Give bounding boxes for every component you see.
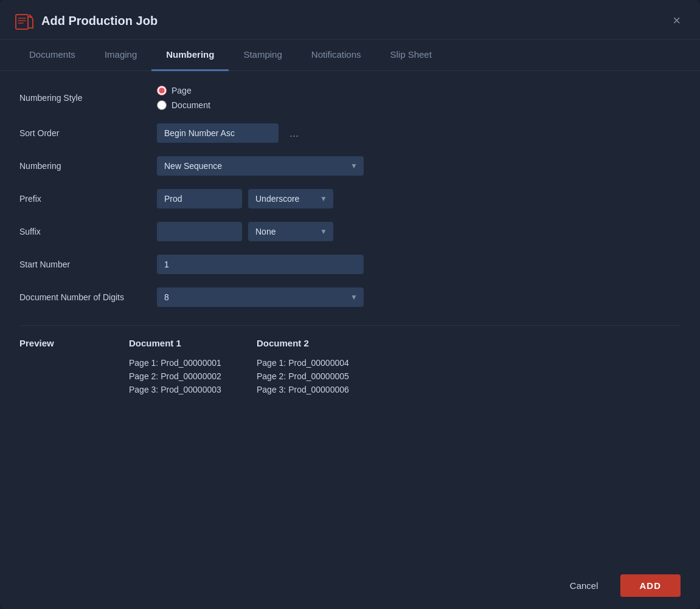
numbering-controls: New Sequence Continue Sequence ▼ — [157, 156, 681, 176]
start-number-controls — [157, 255, 681, 274]
digits-controls: 4 5 6 7 8 9 10 ▼ — [157, 287, 681, 307]
close-button[interactable]: × — [668, 12, 685, 30]
preview-doc1-col: Page 1: Prod_00000001 Page 2: Prod_00000… — [129, 358, 257, 394]
dialog-body: Numbering Style Page Document Sort Order — [0, 71, 700, 562]
suffix-row: Suffix None Underscore Dash ▼ — [19, 222, 681, 241]
preview-section: Preview Document 1 Document 2 Page 1: Pr… — [19, 325, 681, 394]
digits-label: Document Number of Digits — [19, 292, 147, 302]
preview-doc2-col: Page 1: Prod_00000004 Page 2: Prod_00000… — [257, 358, 384, 394]
tab-bar: Documents Imaging Numbering Stamping Not… — [0, 40, 700, 71]
svg-rect-0 — [16, 15, 28, 29]
preview-doc1-header: Document 1 — [129, 338, 257, 348]
tab-notifications[interactable]: Notifications — [297, 40, 376, 71]
numbering-style-radio-group: Page Document — [157, 86, 210, 110]
preview-doc2-page2: Page 2: Prod_00000005 — [257, 371, 384, 381]
suffix-controls: None Underscore Dash ▼ — [157, 222, 681, 241]
tab-imaging[interactable]: Imaging — [90, 40, 151, 71]
suffix-separator-select-wrapper: None Underscore Dash ▼ — [248, 222, 333, 241]
numbering-select[interactable]: New Sequence Continue Sequence — [157, 156, 364, 176]
prefix-label: Prefix — [19, 194, 147, 204]
preview-label: Preview — [19, 338, 129, 348]
start-number-label: Start Number — [19, 260, 147, 269]
digits-select[interactable]: 4 5 6 7 8 9 10 — [157, 287, 364, 307]
numbering-row: Numbering New Sequence Continue Sequence… — [19, 156, 681, 176]
sort-order-row: Sort Order ... — [19, 123, 681, 143]
preview-doc2-page1: Page 1: Prod_00000004 — [257, 358, 384, 368]
preview-doc2-page3: Page 3: Prod_00000006 — [257, 385, 384, 394]
suffix-input[interactable] — [157, 222, 242, 241]
title-row: Add Production Job — [15, 11, 158, 30]
tab-documents[interactable]: Documents — [15, 40, 90, 71]
tab-stamping[interactable]: Stamping — [229, 40, 296, 71]
add-button[interactable]: ADD — [620, 574, 681, 597]
sort-order-controls: ... — [157, 123, 681, 143]
sort-order-input[interactable] — [157, 123, 279, 143]
digits-row: Document Number of Digits 4 5 6 7 8 9 10… — [19, 287, 681, 307]
tab-numbering[interactable]: Numbering — [151, 40, 229, 71]
radio-document-label: Document — [172, 100, 210, 110]
production-job-icon — [15, 11, 34, 30]
preview-rows: Page 1: Prod_00000001 Page 2: Prod_00000… — [19, 358, 681, 394]
preview-doc1-page3: Page 3: Prod_00000003 — [129, 385, 257, 394]
dialog-header: Add Production Job × — [0, 0, 700, 40]
start-number-row: Start Number — [19, 255, 681, 274]
numbering-style-label: Numbering Style — [19, 93, 147, 103]
suffix-separator-select[interactable]: None Underscore Dash — [248, 222, 333, 241]
start-number-input[interactable] — [157, 255, 364, 274]
digits-select-wrapper: 4 5 6 7 8 9 10 ▼ — [157, 287, 364, 307]
numbering-label: Numbering — [19, 161, 147, 171]
numbering-style-row: Numbering Style Page Document — [19, 86, 681, 110]
preview-doc1-page1: Page 1: Prod_00000001 — [129, 358, 257, 368]
radio-page[interactable]: Page — [157, 86, 210, 95]
sort-order-ellipsis-button[interactable]: ... — [285, 125, 303, 142]
numbering-select-wrapper: New Sequence Continue Sequence ▼ — [157, 156, 364, 176]
prefix-separator-select-wrapper: Underscore Dash None ▼ — [248, 189, 333, 208]
tab-slip-sheet[interactable]: Slip Sheet — [376, 40, 446, 71]
dialog-title: Add Production Job — [41, 14, 158, 28]
sort-order-label: Sort Order — [19, 128, 147, 138]
radio-page-label: Page — [172, 86, 192, 95]
preview-doc2-header: Document 2 — [257, 338, 384, 348]
radio-document[interactable]: Document — [157, 100, 210, 110]
prefix-separator-select[interactable]: Underscore Dash None — [248, 189, 333, 208]
prefix-row: Prefix Underscore Dash None ▼ — [19, 189, 681, 208]
preview-header: Preview Document 1 Document 2 — [19, 338, 681, 348]
numbering-style-controls: Page Document — [157, 86, 681, 110]
suffix-label: Suffix — [19, 227, 147, 236]
radio-page-input[interactable] — [157, 86, 167, 95]
prefix-controls: Underscore Dash None ▼ — [157, 189, 681, 208]
preview-doc1-page2: Page 2: Prod_00000002 — [129, 371, 257, 381]
dialog-footer: Cancel ADD — [0, 562, 700, 609]
cancel-button[interactable]: Cancel — [558, 574, 611, 597]
prefix-input[interactable] — [157, 189, 242, 208]
add-production-job-dialog: Add Production Job × Documents Imaging N… — [0, 0, 700, 609]
radio-document-input[interactable] — [157, 100, 167, 110]
